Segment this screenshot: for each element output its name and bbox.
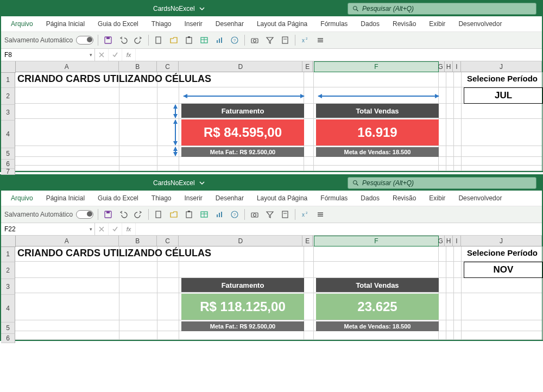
chevron-down-icon[interactable] <box>199 180 205 186</box>
cancel-formula-icon[interactable] <box>95 49 109 61</box>
col-header-I[interactable]: I <box>453 61 461 72</box>
filter-icon[interactable] <box>264 35 275 46</box>
save-icon[interactable] <box>103 209 113 220</box>
paste-icon[interactable] <box>184 35 194 46</box>
undo-icon[interactable] <box>118 209 129 220</box>
tab-guia-do-excel[interactable]: Guia do Excel <box>92 16 144 31</box>
help-icon[interactable]: ? <box>229 209 240 220</box>
col-header-E[interactable]: E <box>302 236 313 246</box>
paste-icon[interactable] <box>184 209 194 220</box>
row-header-7[interactable]: 7 <box>1 169 15 175</box>
name-box[interactable]: F8 ▾ <box>1 49 95 61</box>
title-bar[interactable]: CardsNoExcel Pesquisar (Alt+Q) <box>1 175 542 191</box>
row-header-3[interactable]: 3 <box>1 279 15 295</box>
row-header-1[interactable]: 1 <box>1 246 15 262</box>
open-icon[interactable] <box>168 209 179 220</box>
period-value[interactable]: JUL <box>464 87 543 104</box>
autosave-toggle[interactable] <box>76 210 93 219</box>
camera-icon[interactable] <box>249 209 260 220</box>
fx-icon[interactable]: fx <box>122 49 136 61</box>
insert-chart-icon[interactable] <box>214 209 225 220</box>
selected-col-header[interactable]: F <box>314 61 439 72</box>
row-header-1[interactable]: 1 <box>1 72 15 88</box>
column-headers[interactable]: ABCDEFGHIJ <box>15 236 542 246</box>
filter-icon[interactable] <box>264 209 275 220</box>
tab-thiago[interactable]: Thiago <box>146 191 177 206</box>
tab-exibir[interactable]: Exibir <box>424 16 451 31</box>
new-icon[interactable] <box>153 35 164 46</box>
col-header-J[interactable]: J <box>461 61 542 72</box>
spreadsheet-grid[interactable]: ABCDEFGHIJ F 123456 CRIANDO CARDS UTILIZ… <box>1 236 542 340</box>
tab-inserir[interactable]: Inserir <box>179 191 208 206</box>
spreadsheet-grid[interactable]: ABCDEFGHIJ F 1234567 CRIANDO CARDS UTILI… <box>1 61 542 171</box>
search-box[interactable]: Pesquisar (Alt+Q) <box>348 177 536 189</box>
row-header-3[interactable]: 3 <box>1 105 15 121</box>
help-icon[interactable]: ? <box>229 35 240 46</box>
name-box[interactable]: F22 ▾ <box>1 223 95 235</box>
open-icon[interactable] <box>168 35 179 46</box>
row-headers[interactable]: 123456 <box>1 246 15 343</box>
chevron-down-icon[interactable]: ▾ <box>90 52 92 58</box>
col-header-D[interactable]: D <box>179 61 302 72</box>
tab-arquivo[interactable]: Arquivo <box>5 191 39 206</box>
tab-desenvolvedor[interactable]: Desenvolvedor <box>453 16 507 31</box>
row-header-4[interactable]: 4 <box>1 121 15 148</box>
tab-formulas[interactable]: Fórmulas <box>315 16 353 31</box>
tab-exibir[interactable]: Exibir <box>424 191 451 206</box>
calc-icon[interactable] <box>280 35 291 46</box>
tab-pagina-inicial[interactable]: Página Inicial <box>41 16 90 31</box>
tab-desenhar[interactable]: Desenhar <box>210 16 249 31</box>
col-header-A[interactable]: A <box>15 236 119 246</box>
col-header-H[interactable]: H <box>445 61 453 72</box>
row-header-2[interactable]: 2 <box>1 88 15 105</box>
more-icon[interactable] <box>315 209 326 220</box>
undo-icon[interactable] <box>118 35 129 46</box>
tab-revisao[interactable]: Revisão <box>387 191 421 206</box>
enter-formula-icon[interactable] <box>109 223 122 235</box>
autosave-toggle[interactable] <box>76 36 93 45</box>
col-header-B[interactable]: B <box>119 236 157 246</box>
col-header-C[interactable]: C <box>157 236 179 246</box>
tab-thiago[interactable]: Thiago <box>146 16 177 31</box>
tab-dados[interactable]: Dados <box>355 191 385 206</box>
tab-layout[interactable]: Layout da Página <box>251 16 313 31</box>
tab-arquivo[interactable]: Arquivo <box>5 16 39 31</box>
row-header-5[interactable]: 5 <box>1 148 15 160</box>
fx-icon[interactable]: fx <box>122 223 136 235</box>
redo-icon[interactable] <box>133 209 144 220</box>
tab-inserir[interactable]: Inserir <box>179 16 208 31</box>
col-header-B[interactable]: B <box>119 61 157 72</box>
superscript-icon[interactable]: x2 <box>300 209 311 220</box>
col-header-E[interactable]: E <box>302 61 313 72</box>
col-header-C[interactable]: C <box>157 61 179 72</box>
tab-guia-do-excel[interactable]: Guia do Excel <box>92 191 144 206</box>
row-header-4[interactable]: 4 <box>1 295 15 323</box>
calc-icon[interactable] <box>280 209 291 220</box>
save-icon[interactable] <box>103 35 113 46</box>
tab-revisao[interactable]: Revisão <box>387 16 421 31</box>
row-header-2[interactable]: 2 <box>1 262 15 279</box>
column-headers[interactable]: ABCDEFGHIJ <box>15 61 542 72</box>
redo-icon[interactable] <box>133 35 144 46</box>
row-headers[interactable]: 1234567 <box>1 72 15 175</box>
tab-pagina-inicial[interactable]: Página Inicial <box>41 191 90 206</box>
insert-chart-icon[interactable] <box>214 35 225 46</box>
tab-layout[interactable]: Layout da Página <box>251 191 313 206</box>
insert-table-icon[interactable] <box>199 209 210 220</box>
select-all-corner[interactable] <box>1 61 16 73</box>
col-header-D[interactable]: D <box>179 236 302 246</box>
more-icon[interactable] <box>315 35 326 46</box>
col-header-A[interactable]: A <box>15 61 119 72</box>
col-header-J[interactable]: J <box>461 236 542 246</box>
select-all-corner[interactable] <box>1 236 16 247</box>
chevron-down-icon[interactable] <box>199 6 205 11</box>
tab-desenvolvedor[interactable]: Desenvolvedor <box>453 191 507 206</box>
selected-col-header[interactable]: F <box>314 236 439 246</box>
cancel-formula-icon[interactable] <box>95 223 109 235</box>
insert-table-icon[interactable] <box>199 35 210 46</box>
row-header-6[interactable]: 6 <box>1 334 15 343</box>
tab-formulas[interactable]: Fórmulas <box>315 191 353 206</box>
period-value[interactable]: NOV <box>464 262 543 278</box>
camera-icon[interactable] <box>249 35 260 46</box>
superscript-icon[interactable]: x2 <box>300 35 311 46</box>
